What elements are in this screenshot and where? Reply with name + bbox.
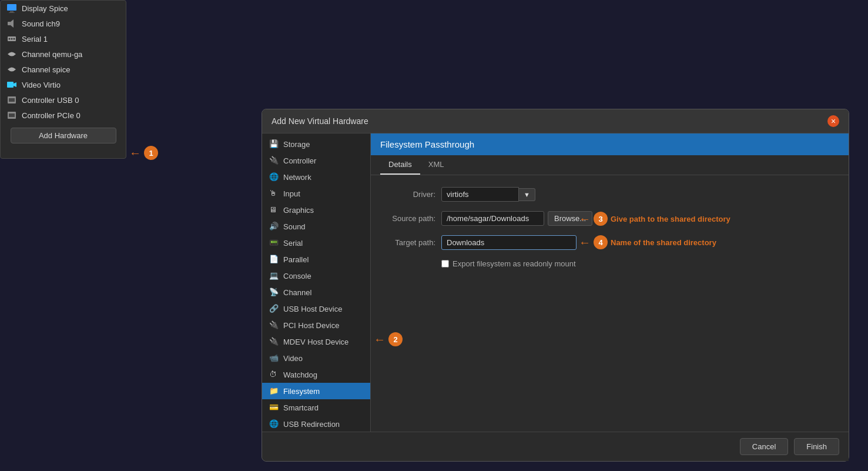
sound-icon	[6, 18, 17, 29]
smartcard-icon: 💳	[269, 403, 279, 412]
controller-icon: 🔌	[269, 156, 279, 165]
hw-item-smartcard[interactable]: 💳 Smartcard	[262, 399, 370, 416]
hw-sound-icon: 🔊	[269, 222, 279, 231]
svg-rect-8	[7, 82, 14, 88]
usb-host-icon: 🔗	[269, 304, 279, 313]
hw-label-pci-host: PCI Host Device	[283, 321, 339, 330]
video-icon	[6, 79, 17, 90]
export-readonly-checkbox[interactable]	[441, 260, 449, 268]
controller-pcie-icon	[6, 110, 17, 121]
sidebar-label-channel-qemu: Channel qemu-ga	[22, 50, 82, 59]
browse-button[interactable]: Browse...	[548, 211, 592, 226]
svg-rect-2	[9, 12, 15, 13]
svg-point-7	[14, 38, 15, 40]
sidebar-item-controller-usb[interactable]: Controller USB 0	[1, 92, 126, 108]
cancel-button[interactable]: Cancel	[740, 438, 788, 455]
watchdog-icon: ⏱	[269, 370, 279, 379]
source-path-input[interactable]	[441, 211, 544, 226]
hw-serial-icon: 📟	[269, 238, 279, 248]
sidebar-item-video[interactable]: Video Virtio	[1, 77, 126, 92]
network-icon: 🌐	[269, 172, 279, 182]
hw-label-serial: Serial	[283, 239, 303, 248]
hw-item-console[interactable]: 💻 Console	[262, 268, 370, 284]
parallel-icon: 📄	[269, 255, 279, 264]
hw-label-sound: Sound	[283, 222, 306, 231]
hw-item-serial[interactable]: 📟 Serial	[262, 235, 370, 251]
hw-item-sound[interactable]: 🔊 Sound	[262, 218, 370, 235]
hw-item-storage[interactable]: 💾 Storage	[262, 136, 370, 152]
hw-item-mdev-host[interactable]: 🔌 MDEV Host Device	[262, 333, 370, 350]
hw-label-storage: Storage	[283, 140, 310, 149]
tab-details[interactable]: Details	[380, 155, 420, 175]
sidebar-item-sound[interactable]: Sound ich9	[1, 16, 126, 31]
hw-label-channel: Channel	[283, 288, 311, 297]
hw-channel-icon: 📡	[269, 288, 279, 297]
finish-button[interactable]: Finish	[794, 438, 839, 455]
sidebar-item-channel-spice[interactable]: Channel spice	[1, 62, 126, 77]
console-icon: 💻	[269, 271, 279, 280]
usb-redirect-icon: 🌐	[269, 419, 279, 429]
mdev-icon: 🔌	[269, 337, 279, 346]
source-path-group: Browse...	[441, 211, 592, 226]
svg-point-6	[11, 38, 13, 40]
svg-rect-1	[10, 11, 14, 12]
hw-label-usb-redirection: USB Redirection	[283, 420, 340, 429]
filesystem-icon: 📁	[269, 386, 279, 396]
hw-item-parallel[interactable]: 📄 Parallel	[262, 251, 370, 268]
sidebar-item-display-spice[interactable]: Display Spice	[1, 1, 126, 16]
driver-label: Driver:	[383, 190, 435, 199]
driver-input[interactable]	[441, 187, 519, 202]
details-content-area: Driver: ▼ Source path: Browse...	[371, 175, 849, 432]
svg-point-5	[9, 38, 11, 40]
hw-label-filesystem: Filesystem	[283, 387, 320, 396]
hw-item-graphics[interactable]: 🖥 Graphics	[262, 202, 370, 218]
hw-item-controller[interactable]: 🔌 Controller	[262, 152, 370, 169]
target-path-row: Target path:	[383, 235, 837, 250]
sidebar-label-display-spice: Display Spice	[22, 4, 68, 13]
dialog-title: Add New Virtual Hardware	[272, 116, 368, 126]
hw-item-input[interactable]: 🖱 Input	[262, 185, 370, 202]
hw-label-input: Input	[283, 189, 300, 198]
filesystem-passthrough-header: Filesystem Passthrough	[371, 133, 849, 155]
hw-label-network: Network	[283, 173, 311, 182]
hw-label-controller: Controller	[283, 156, 316, 165]
tab-xml[interactable]: XML	[420, 155, 453, 175]
hw-item-channel[interactable]: 📡 Channel	[262, 284, 370, 300]
hw-item-watchdog[interactable]: ⏱ Watchdog	[262, 366, 370, 383]
dialog-body: 💾 Storage 🔌 Controller 🌐 Network 🖱 Input…	[262, 133, 849, 432]
hw-label-video: Video	[283, 354, 303, 363]
driver-row: Driver: ▼	[383, 187, 837, 202]
hw-item-usb-host[interactable]: 🔗 USB Host Device	[262, 300, 370, 317]
dialog-footer: Cancel Finish	[262, 432, 849, 461]
hw-item-usb-redirection[interactable]: 🌐 USB Redirection	[262, 416, 370, 432]
serial-icon	[6, 34, 17, 44]
hw-label-watchdog: Watchdog	[283, 370, 317, 379]
export-readonly-label: Export filesystem as readonly mount	[453, 259, 576, 268]
add-hardware-button[interactable]: Add Hardware	[11, 128, 116, 143]
sidebar-label-serial: Serial 1	[22, 35, 48, 44]
sidebar-item-serial[interactable]: Serial 1	[1, 31, 126, 46]
vm-hardware-sidebar: Display Spice Sound ich9 Serial 1 Channe…	[0, 0, 126, 159]
controller-usb-icon	[6, 95, 17, 105]
sidebar-label-video: Video Virtio	[22, 81, 61, 89]
sidebar-label-controller-pcie: Controller PCIe 0	[22, 111, 81, 120]
hw-label-graphics: Graphics	[283, 206, 314, 215]
sidebar-item-channel-qemu[interactable]: Channel qemu-ga	[1, 46, 126, 62]
hw-item-video[interactable]: 📹 Video	[262, 350, 370, 366]
hw-item-filesystem[interactable]: 📁 Filesystem	[262, 383, 370, 399]
dialog-close-button[interactable]: ×	[827, 115, 839, 127]
sidebar-label-channel-spice: Channel spice	[22, 65, 70, 74]
channel-spice-icon	[6, 64, 17, 75]
svg-marker-9	[14, 82, 16, 87]
target-path-input[interactable]	[441, 235, 577, 250]
export-readonly-row: Export filesystem as readonly mount	[441, 259, 837, 268]
source-path-row: Source path: Browse...	[383, 211, 837, 226]
hw-item-network[interactable]: 🌐 Network	[262, 169, 370, 185]
hw-label-parallel: Parallel	[283, 255, 309, 264]
driver-dropdown-button[interactable]: ▼	[519, 188, 535, 201]
hardware-detail-panel: Filesystem Passthrough Details XML Drive…	[371, 133, 849, 432]
input-icon: 🖱	[269, 189, 279, 198]
hw-item-pci-host[interactable]: 🔌 PCI Host Device	[262, 317, 370, 333]
pci-host-icon: 🔌	[269, 320, 279, 330]
sidebar-item-controller-pcie[interactable]: Controller PCIe 0	[1, 108, 126, 123]
